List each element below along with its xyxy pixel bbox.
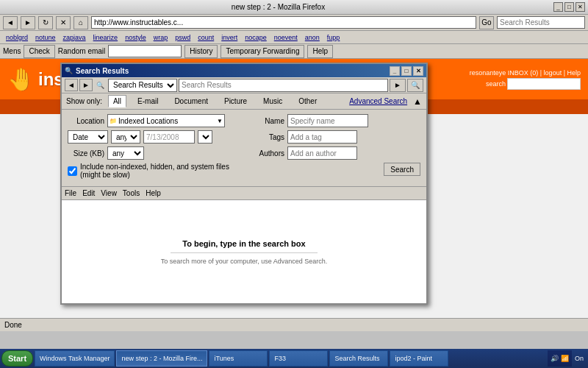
- dialog-search-button[interactable]: 🔍: [407, 79, 423, 92]
- dialog-menubar: File Edit View Tools Help: [62, 187, 426, 200]
- dialog-search-icon: 🔍: [96, 82, 104, 89]
- forward-button[interactable]: ►: [21, 16, 35, 29]
- home-button[interactable]: ⌂: [74, 16, 88, 29]
- dialog-maximize-button[interactable]: □: [401, 66, 412, 76]
- bookmark-pswd[interactable]: pswd: [172, 33, 193, 42]
- bookmark-noblgrd[interactable]: noblgrd: [3, 33, 31, 42]
- dialog-close-button[interactable]: ✕: [413, 66, 423, 76]
- browser-search-input[interactable]: [497, 16, 585, 29]
- browser-statusbar: Done: [0, 318, 588, 331]
- random-email-input[interactable]: [108, 45, 182, 57]
- menu-file[interactable]: File: [65, 189, 76, 197]
- dialog-go-button[interactable]: ►: [390, 79, 406, 92]
- tags-input[interactable]: [287, 130, 357, 144]
- header-right: resonanteye INBOX (0) | logout | Help se…: [470, 69, 581, 90]
- date-any-select[interactable]: any: [111, 130, 140, 144]
- dialog-back-button[interactable]: ◄: [65, 79, 78, 91]
- results-area: To begin, type in the search box To sear…: [62, 200, 426, 303]
- bookmark-invert[interactable]: invert: [218, 33, 240, 42]
- history-button[interactable]: History: [184, 45, 218, 58]
- temp-forwarding-button[interactable]: Temporary Forwarding: [220, 45, 304, 58]
- bookmark-nostyle[interactable]: nostyle: [122, 33, 149, 42]
- tab-music[interactable]: Music: [258, 95, 287, 107]
- dialog-icon: 🔍: [65, 67, 73, 74]
- include-checkbox[interactable]: [68, 166, 77, 176]
- browser-title: new step : 2 - Mozilla Firefox: [3, 3, 553, 11]
- taskbar-f33[interactable]: F33: [269, 350, 328, 367]
- taskbar: Start Windows Task Manager new step : 2 …: [0, 349, 588, 368]
- back-button[interactable]: ◄: [3, 16, 18, 29]
- results-hint: To begin, type in the search box: [182, 239, 305, 248]
- bookmark-linearize[interactable]: linearize: [90, 33, 121, 42]
- go-button[interactable]: Go: [479, 16, 494, 29]
- start-button[interactable]: Start: [1, 350, 33, 367]
- date-extra-select[interactable]: ▼: [198, 130, 212, 144]
- stop-button[interactable]: ✕: [56, 16, 71, 29]
- browser-titlebar: new step : 2 - Mozilla Firefox _ □ ✕: [0, 0, 588, 15]
- advanced-search-expand[interactable]: ▲: [413, 96, 422, 107]
- close-button[interactable]: ✕: [576, 2, 585, 12]
- tab-picture[interactable]: Picture: [219, 95, 252, 107]
- bookmark-count[interactable]: count: [195, 33, 217, 42]
- menu-edit[interactable]: Edit: [82, 189, 95, 197]
- menu-view[interactable]: View: [101, 189, 117, 197]
- help-button[interactable]: Help: [307, 45, 333, 58]
- bookmark-fupp[interactable]: fupp: [324, 33, 343, 42]
- dialog-minimize-button[interactable]: _: [390, 66, 400, 76]
- site-search-input[interactable]: [507, 78, 581, 90]
- taskbar-paint[interactable]: ipod2 - Paint: [390, 350, 448, 367]
- include-label: Include non-indexed, hidden, and system …: [80, 163, 240, 179]
- tab-other[interactable]: Other: [293, 95, 322, 107]
- second-toolbar: Mens Check Random email History Temporar…: [0, 44, 588, 59]
- taskbar-itunes[interactable]: iTunes: [209, 350, 268, 367]
- status-text: Done: [4, 321, 22, 329]
- tab-document[interactable]: Document: [169, 95, 213, 107]
- dialog-toolbar: ◄ ► 🔍 Search Results ► 🔍: [62, 77, 426, 93]
- dialog-search-input[interactable]: [179, 79, 388, 92]
- site-search-bar: search: [486, 78, 581, 90]
- authors-label: Authors: [248, 149, 284, 158]
- authors-input[interactable]: [287, 146, 357, 160]
- search-button[interactable]: Search: [384, 163, 420, 176]
- bookmark-nocape[interactable]: nocape: [242, 33, 270, 42]
- systray: 🔊 📶: [548, 350, 572, 367]
- reload-button[interactable]: ↻: [38, 16, 53, 29]
- search-label: search: [486, 80, 506, 88]
- date-value-input[interactable]: [143, 130, 195, 144]
- bookmark-zapjava[interactable]: zapjava: [60, 33, 89, 42]
- tab-email[interactable]: E-mail: [132, 95, 163, 107]
- location-dropdown-arrow[interactable]: ▼: [217, 118, 223, 124]
- menu-help[interactable]: Help: [146, 189, 161, 197]
- maximize-button[interactable]: □: [564, 2, 574, 12]
- size-any-select[interactable]: any: [107, 146, 144, 160]
- size-label: Size (KB): [68, 149, 104, 158]
- bookmark-wrap[interactable]: wrap: [151, 33, 171, 42]
- location-value: Indexed Locations: [118, 117, 217, 125]
- name-input[interactable]: [287, 114, 368, 127]
- window-controls: _ □ ✕: [553, 2, 585, 12]
- mens-label: Mens: [3, 47, 21, 55]
- results-divider: [171, 252, 318, 253]
- bookmark-noevent[interactable]: noevent: [271, 33, 301, 42]
- advanced-search-link[interactable]: Advanced Search: [349, 97, 407, 105]
- dialog-location-dropdown[interactable]: Search Results: [108, 79, 177, 92]
- taskbar-search-results[interactable]: Search Results: [329, 350, 388, 367]
- taskbar-firefox[interactable]: new step : 2 - Mozilla Fire...: [116, 350, 207, 367]
- dialog-window-controls: _ □ ✕: [390, 66, 423, 76]
- menu-tools[interactable]: Tools: [123, 189, 140, 197]
- date-select[interactable]: Date: [68, 130, 108, 144]
- bookmark-notune[interactable]: notune: [32, 33, 59, 42]
- dialog-titlebar: 🔍 Search Results _ □ ✕: [62, 64, 426, 77]
- dialog-forward-button[interactable]: ►: [79, 79, 93, 91]
- taskbar-task-manager[interactable]: Windows Task Manager: [35, 350, 115, 367]
- tab-all[interactable]: All: [108, 95, 126, 107]
- address-bar[interactable]: [91, 16, 476, 29]
- left-form-col: Location 📁 Indexed Locations ▼ Date: [68, 114, 240, 182]
- check-button[interactable]: Check: [24, 45, 54, 58]
- bookmark-anon[interactable]: anon: [302, 33, 323, 42]
- minimize-button[interactable]: _: [553, 2, 563, 12]
- tags-label: Tags: [248, 133, 284, 141]
- search-btn-row: Search: [248, 163, 420, 176]
- results-sub: To search more of your computer, use Adv…: [161, 258, 328, 265]
- location-input-wrapper: 📁 Indexed Locations ▼: [107, 114, 225, 127]
